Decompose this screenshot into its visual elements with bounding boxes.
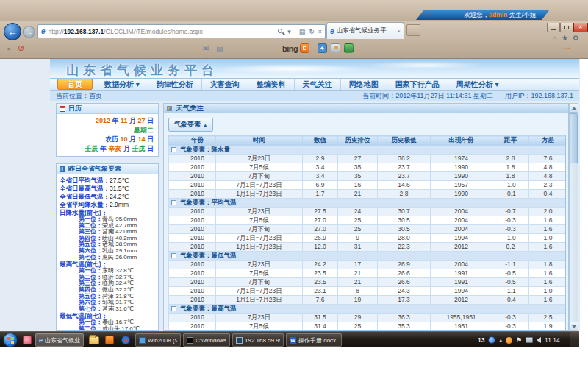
action-center-flag-icon[interactable]: ⚑ [516,336,522,344]
im-icon[interactable] [506,337,512,344]
table-row[interactable]: 20107月下旬27.02530.52004-0.31.6 [169,225,567,234]
pinned-media-app-icon[interactable] [121,336,130,344]
favorites-star-icon[interactable]: ★ [562,34,568,42]
cell: 27.0 [303,216,338,225]
browser-tab[interactable]: e 山东省气候业务平... × [326,22,404,39]
search-icon[interactable] [278,29,284,35]
tray-clock[interactable]: 11:14 [545,336,560,344]
more-options-icon[interactable]: ⋯ [563,44,571,52]
page-scrollbar[interactable] [569,103,578,331]
table-group-row[interactable]: 气象要素：降水量 [169,146,567,155]
table-row[interactable]: 20107月23日24.21726.92004-1.11.8 [169,261,567,269]
group-checkbox[interactable] [171,253,176,258]
notification-badge[interactable]: 13 [478,336,484,344]
back-button[interactable]: ← [4,23,21,40]
nav-item-home[interactable]: 首页 [57,79,93,90]
tray-expand-icon[interactable]: ▴ [499,337,502,343]
table-row[interactable]: 20107月1日~7月23日6.91614.61957-1.02.3 [169,181,567,190]
table-row[interactable]: 20107月23日31.52936.31955,1951-0.32.5 [169,314,567,322]
cell-select [169,234,179,243]
nav-item-data-analysis[interactable]: 数据分析 ▾ [96,79,148,90]
group-checkbox[interactable] [171,200,176,205]
forward-button[interactable]: → [23,26,35,38]
close-pane-icon[interactable]: × [7,46,11,52]
element-dropdown-button[interactable]: 气象要素▴ [168,118,213,132]
camera-icon[interactable] [318,43,327,53]
reading-list-icon[interactable]: ▤ [216,44,223,52]
cell: -0.5 [492,269,529,278]
table-row[interactable]: 20107月下旬3.43523.719901.84.8 [169,172,567,181]
cell: 27.0 [303,225,338,234]
addon-puzzle-icon[interactable] [344,43,354,53]
table-row[interactable]: 20101月1日~7月23日1.7212.81990-0.10.4 [169,190,567,199]
table-row[interactable]: 20107月23日2.92736.219742.87.6 [169,155,567,163]
cell: 2010 [179,163,216,172]
table-row[interactable]: 20107月5候31.42535.31951-0.31.9 [169,322,567,331]
home-icon[interactable]: ⌂ [553,34,557,42]
toolbar-orange-icon[interactable] [300,43,309,53]
table-row[interactable]: 20107月5候23.52126.61991-0.51.6 [169,269,567,278]
taskbar-window-cmd[interactable]: C:\Windows\s... [183,333,230,347]
pinned-app-icon[interactable] [23,336,32,344]
taskbar-window-app[interactable]: Win2008 (VS2... [135,333,181,347]
pinned-orange-app-icon[interactable] [105,336,114,344]
settings-gear-icon[interactable]: ⚙ [573,34,579,42]
table-row[interactable]: 20101月1日~7月23日12.03122.320120.21.6 [169,243,567,252]
table-row[interactable]: 20107月5候27.02530.52004-0.31.6 [169,216,567,225]
volume-icon[interactable] [537,337,541,343]
breadcrumb-home-link[interactable]: 首页 [89,92,102,99]
taskbar-window-rdp[interactable]: 192.168.59.99... [232,333,284,347]
cell: 17 [338,261,378,269]
compatibility-view-icon[interactable]: ▤ [299,28,306,35]
cell: 1991 [431,278,492,287]
table-row[interactable]: 20107月5候3.43523.719901.84.8 [169,163,567,172]
search-dropdown-icon[interactable]: ▾ [287,28,291,35]
address-bar[interactable]: e http://192.168.137.1/GLCCLIMATE/module… [37,24,326,38]
scroll-down-arrow[interactable] [570,322,578,330]
group-checkbox[interactable] [171,306,176,311]
table-row[interactable]: 20107月23日27.52430.72004-0.72.0 [169,208,567,216]
table-row[interactable]: 20101月1日~7月23日7.61917.32012-0.41.6 [169,296,567,305]
nav-item-periodic-analysis[interactable]: 周期性分析 ▾ [448,79,507,90]
table-group-row[interactable]: 气象要素：平均气温 [169,199,567,208]
refresh-icon[interactable]: ↻ [309,28,315,35]
maximize-button[interactable] [560,23,573,32]
cell: 2010 [179,234,216,243]
bing-logo[interactable]: bing [282,44,298,53]
site-banner: 山东省气候业务平台 [50,59,579,79]
nav-item-network-map[interactable]: 网络地图 [341,79,387,90]
cell-select [169,269,179,278]
stop-icon[interactable]: × [318,28,322,35]
blocked-content-icon[interactable]: ⊘ [18,43,24,53]
show-desktop-button[interactable] [570,332,579,348]
network-icon[interactable] [526,337,533,343]
group-checkbox[interactable] [171,147,176,152]
nav-item-disaster-query[interactable]: 灾害查询 [202,79,248,90]
cell: 1957 [431,181,492,190]
tab-close-icon[interactable]: × [397,28,401,35]
nav-item-national-products[interactable]: 国家下行产品 [387,79,448,90]
nav-item-weather-watch[interactable]: 天气关注 [295,79,341,90]
new-tab-button[interactable] [406,24,420,36]
start-button[interactable] [3,333,18,347]
table-group-row[interactable]: 气象要素：最高气温 [169,305,567,314]
tray-blue-sphere-icon[interactable] [488,336,495,344]
table-row[interactable]: 20107月1日~7月23日23.1824.31994-1.11.0 [169,287,567,296]
group-label: 气象要素：最高气温 [180,305,237,312]
cell: 21 [338,278,378,287]
taskbar-ie-button[interactable]: e 山东省气候业... [35,333,84,347]
nav-item-rhythm-analysis[interactable]: 韵律性分析 [148,79,202,90]
table-row[interactable]: 20107月1日~7月23日26.9928.01994-1.01.0 [169,234,567,243]
explorer-folder-icon[interactable] [89,336,99,344]
table-group-row[interactable]: 气象要素：最低气温 [169,252,567,261]
person-icon[interactable] [331,43,340,53]
scroll-up-arrow[interactable] [570,104,578,113]
scrollbar-thumb[interactable] [570,113,578,163]
minimize-button[interactable] [547,23,560,32]
mail-icon[interactable]: ✉ [203,44,209,52]
cell: 24 [338,208,378,216]
close-button[interactable]: ✕ [573,23,588,32]
nav-item-compiled-data[interactable]: 整编资料 [248,79,295,90]
table-row[interactable]: 20107月下旬23.52126.61991-0.51.6 [169,278,567,287]
taskbar-window-word[interactable]: W操作手册.docx ... [286,333,342,347]
